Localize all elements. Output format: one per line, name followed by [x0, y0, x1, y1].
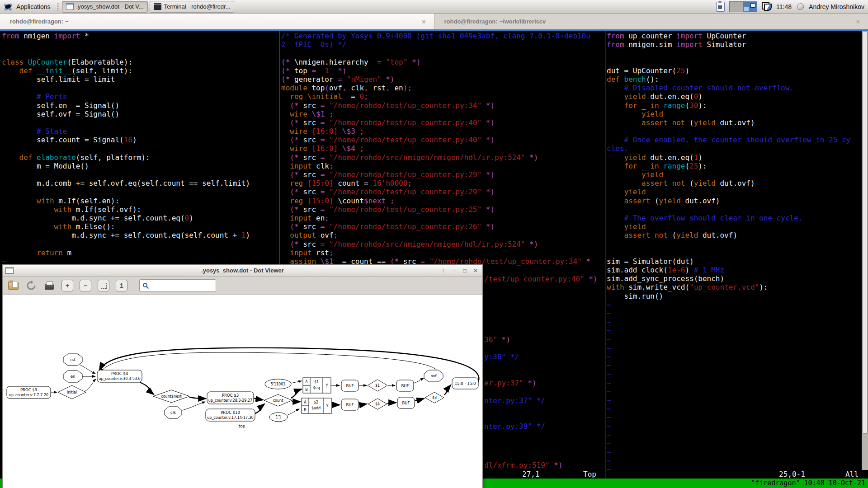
pane-divider[interactable] [605, 31, 605, 479]
rollup-button[interactable]: ↑ [440, 267, 446, 274]
code-line [607, 240, 861, 249]
applications-menu[interactable]: Applications [0, 0, 55, 13]
svg-text:up_counter.v:30.3-53.6: up_counter.v:30.3-53.6 [99, 377, 140, 381]
desktop: Applications .yosys_show.dot - Dot V... … [0, 0, 868, 488]
code-line: ~ [607, 439, 861, 448]
workspace-2[interactable] [743, 2, 757, 12]
document-window-icon [66, 3, 74, 10]
graph-edge [140, 382, 154, 394]
graph-node-rst: rst [63, 354, 82, 366]
svg-text:1'1: 1'1 [276, 415, 281, 419]
code-line: yield dut.en.eq(0) [607, 92, 861, 101]
code-line: sim.add_clock(1e-6) # 1 MHz [607, 266, 861, 274]
code-line: reg [15:0] \count$next ; [281, 197, 604, 205]
host-time-date: "firedragon" 10:48 10-Oct-21 [751, 479, 865, 487]
window-title: .yosys_show.dot - Dot Viewer [3, 267, 482, 274]
svg-text:count$next: count$next [161, 394, 181, 399]
mouse-tray-icon[interactable] [796, 3, 804, 10]
code-line: ~ [607, 387, 861, 396]
print-button[interactable] [43, 280, 55, 291]
reload-button[interactable] [25, 280, 37, 291]
taskbar-button-terminal[interactable]: Terminal - rohdo@firedr... [150, 1, 235, 13]
graph-node-$1: $1 [368, 380, 387, 391]
code-line-fragment: dl/xfrm.py:519" *) [484, 461, 562, 469]
open-folder-icon [8, 282, 19, 290]
printer-icon [45, 284, 54, 290]
taskbar-button-dot-viewer[interactable]: .yosys_show.dot - Dot V... [62, 1, 148, 13]
zoom-fit-button[interactable] [98, 280, 109, 291]
code-line: yield [607, 170, 861, 179]
code-line: input rst; [281, 249, 604, 257]
code-line: cles. [607, 144, 861, 153]
clipboard-tray-icon[interactable] [716, 2, 725, 12]
graph-edge [444, 385, 451, 395]
scroll-indicator: All [845, 470, 859, 479]
dot-viewer-titlebar[interactable]: .yosys_show.dot - Dot Viewer ↑ – □ ✕ [3, 265, 482, 277]
vim-pane-testbench[interactable]: from up_counter import UpCounterfrom nmi… [607, 31, 861, 479]
terminal-tab-libreriscv[interactable]: rohdo@firedragon: ~/work/libreriscv × [434, 14, 868, 29]
tab-close-icon[interactable]: × [854, 18, 862, 25]
graph-edge [332, 405, 340, 405]
open-button[interactable] [7, 280, 19, 291]
scrollbar-thumb[interactable] [863, 32, 868, 434]
code-line-fragment: er.py:37" *) [484, 379, 537, 387]
svg-text:BUF: BUF [346, 403, 354, 407]
svg-text:$3: $3 [432, 396, 437, 400]
code-line: sim.run() [607, 292, 861, 300]
svg-text:$1: $1 [314, 380, 319, 384]
code-line: self.count = Signal(16) [2, 136, 278, 144]
code-line [607, 58, 861, 66]
search-input[interactable] [151, 282, 212, 290]
system-tray: 11:48 Andrey Miroshnikov [716, 1, 868, 12]
code-line: ~ [607, 309, 861, 318]
search-icon [142, 282, 149, 289]
xfce-logo-icon [3, 2, 14, 12]
terminal-tab-home[interactable]: rohdo@firedragon: ~ × [0, 14, 434, 29]
minimize-button[interactable]: – [451, 267, 457, 274]
graph-node-buf: BUF [341, 399, 359, 410]
code-line: (* src = "/home/rohdo/test/up_counter.py… [281, 170, 604, 179]
graph-node-count: count [264, 394, 292, 406]
code-line [2, 118, 278, 127]
workspace-1[interactable] [730, 2, 743, 12]
graph-node-buf: BUF [341, 380, 359, 391]
graph-canvas[interactable]: rstenPROC $9up_counter.v:7.7-7.20initial… [3, 295, 482, 488]
svg-text:up_counter.v:17.14-17.30: up_counter.v:17.14-17.30 [207, 416, 253, 420]
close-button[interactable]: ✕ [472, 267, 479, 274]
vim-statusline-right: 25,0-1 All [607, 470, 862, 479]
svg-text:BUF: BUF [401, 384, 409, 388]
graph-edge [292, 401, 300, 402]
code-line: ~ [607, 422, 861, 430]
code-line: dut = UpCounter(25) [607, 66, 861, 75]
terminal-scrollbar[interactable] [862, 31, 868, 470]
svg-text:Y: Y [326, 384, 328, 388]
graph-edge [291, 381, 302, 383]
cursor-position: 27,1 [522, 470, 540, 479]
code-line: ~ [607, 344, 861, 352]
graph-edge [80, 365, 95, 374]
code-line: ~ [607, 370, 861, 378]
taskbar-button-label: Terminal - rohdo@firedr... [164, 3, 231, 10]
code-line: yield dut.en.eq(1) [607, 153, 861, 162]
code-line: return m [2, 249, 278, 257]
code-line [2, 84, 278, 92]
zoom-original-button[interactable]: 1 [116, 280, 127, 291]
code-line: for _ in range(30): [607, 101, 861, 110]
code-line: assert (yield dut.ovf) [607, 197, 861, 205]
graph-node-$4: $4 [368, 399, 387, 409]
code-line: ~ [607, 352, 861, 361]
code-line: self.en = Signal() [2, 101, 278, 110]
zoom-in-button[interactable]: + [61, 280, 73, 291]
workspace-pager[interactable] [729, 1, 757, 12]
code-line: wire \$1 ; [281, 110, 604, 118]
svg-text:ovf: ovf [430, 374, 437, 378]
svg-text:A: A [305, 380, 308, 384]
cursor-position: 25,0-1 [779, 470, 805, 479]
code-line: ~ [607, 326, 861, 335]
code-line: yield [607, 222, 861, 231]
graph-edge [99, 348, 479, 382]
maximize-button[interactable]: □ [462, 267, 468, 274]
tab-close-icon[interactable]: × [420, 18, 427, 25]
windows-tray-icon[interactable] [762, 2, 772, 11]
zoom-out-button[interactable]: − [80, 280, 91, 291]
